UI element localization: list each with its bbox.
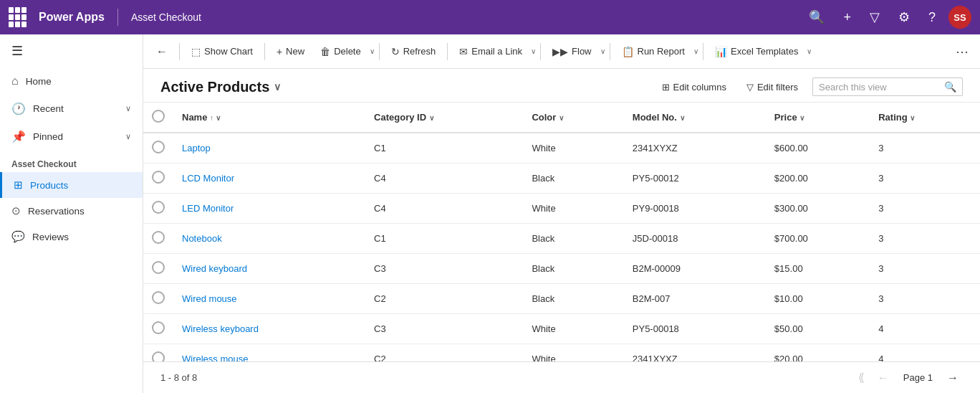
table-row[interactable]: Wireless mouse C2 White 2341XYXZ $20.00 … <box>143 344 980 362</box>
run-report-icon: 📋 <box>622 46 634 57</box>
col-price[interactable]: Price ∨ <box>766 103 870 133</box>
row-rating: 3 <box>870 284 980 314</box>
view-title-chevron[interactable]: ∨ <box>274 81 281 93</box>
topbar-divider <box>117 9 118 26</box>
row-model-no: B2M-00009 <box>624 254 766 284</box>
col-model-no[interactable]: Model No. ∨ <box>624 103 766 133</box>
sidebar-item-reviews[interactable]: 💬 Reviews <box>0 224 143 250</box>
hamburger-button[interactable]: ☰ <box>0 34 143 67</box>
row-checkbox[interactable] <box>152 321 165 334</box>
table-row[interactable]: Notebook C1 Black J5D-00018 $700.00 3 <box>143 224 980 254</box>
first-page-button[interactable]: ⟪ <box>854 368 869 387</box>
flow-icon: ▶▶ <box>552 46 568 57</box>
row-checkbox[interactable] <box>152 141 165 153</box>
delete-chevron[interactable]: ∨ <box>370 47 375 55</box>
filter-icon[interactable]: ▽ <box>864 6 885 28</box>
row-name[interactable]: LED Monitor <box>173 194 365 224</box>
table-row[interactable]: LCD Monitor C4 Black PY5-00012 $200.00 3 <box>143 164 980 194</box>
row-name[interactable]: Wired keyboard <box>173 254 365 284</box>
row-checkbox[interactable] <box>152 261 165 274</box>
more-commands-button[interactable]: ⋯ <box>950 39 974 64</box>
row-checkbox-cell[interactable] <box>143 194 173 224</box>
row-checkbox-cell[interactable] <box>143 314 173 344</box>
row-model-no: PY9-00018 <box>624 194 766 224</box>
col-name[interactable]: Name ↑ ∨ <box>173 103 365 133</box>
col-color[interactable]: Color ∨ <box>523 103 623 133</box>
row-checkbox[interactable] <box>152 351 165 361</box>
row-checkbox[interactable] <box>152 231 165 244</box>
table-row[interactable]: Wireless keyboard C3 White PY5-00018 $50… <box>143 314 980 344</box>
table-row[interactable]: LED Monitor C4 White PY9-00018 $300.00 3 <box>143 194 980 224</box>
table-row[interactable]: Wired mouse C2 Black B2M-007 $10.00 3 <box>143 284 980 314</box>
settings-icon[interactable]: ⚙ <box>893 6 916 28</box>
row-checkbox[interactable] <box>152 171 165 184</box>
edit-filters-button[interactable]: ▽ Edit filters <box>741 78 804 96</box>
email-chevron[interactable]: ∨ <box>531 47 536 55</box>
next-page-button[interactable]: → <box>943 369 963 387</box>
row-checkbox[interactable] <box>152 291 165 304</box>
refresh-button[interactable]: ↻ Refresh <box>384 42 443 62</box>
sidebar-item-reservations[interactable]: ⊙ Reservations <box>0 198 143 224</box>
sidebar-item-home[interactable]: ⌂ Home <box>0 67 143 95</box>
sidebar-item-pinned[interactable]: 📌 Pinned ∨ <box>0 123 143 151</box>
main-content: ← ⬚ Show Chart + New 🗑 Delete ∨ ↻ Refres… <box>143 34 980 393</box>
sidebar-recent-label: Recent <box>33 103 64 114</box>
help-icon[interactable]: ? <box>923 7 941 28</box>
search-icon: 🔍 <box>944 81 956 93</box>
table-row[interactable]: Wired keyboard C3 Black B2M-00009 $15.00… <box>143 254 980 284</box>
row-name[interactable]: Wired mouse <box>173 284 365 314</box>
products-table: Name ↑ ∨ Category ID ∨ Color ∨ Mode <box>143 103 980 361</box>
select-all-checkbox[interactable] <box>152 110 165 123</box>
row-name[interactable]: LCD Monitor <box>173 164 365 194</box>
reviews-icon: 💬 <box>11 230 25 243</box>
run-report-button[interactable]: 📋 Run Report <box>615 42 692 62</box>
row-checkbox[interactable] <box>152 201 165 214</box>
excel-chevron[interactable]: ∨ <box>807 47 812 55</box>
back-button[interactable]: ← <box>149 41 175 62</box>
sidebar-item-products[interactable]: ⊞ Products <box>0 172 143 198</box>
add-icon[interactable]: + <box>837 7 857 28</box>
row-name[interactable]: Notebook <box>173 224 365 254</box>
flow-chevron[interactable]: ∨ <box>600 47 605 55</box>
run-report-chevron[interactable]: ∨ <box>693 47 698 55</box>
delete-icon: 🗑 <box>320 46 330 57</box>
row-model-no: PY5-00012 <box>624 164 766 194</box>
color-filter-icon: ∨ <box>559 114 564 122</box>
row-checkbox-cell[interactable] <box>143 344 173 362</box>
edit-columns-button[interactable]: ⊞ Edit columns <box>656 78 732 96</box>
row-model-no: 2341XYXZ <box>624 344 766 362</box>
checkbox-header[interactable] <box>143 103 173 133</box>
prev-page-button[interactable]: ← <box>873 369 893 387</box>
row-category-id: C4 <box>365 194 523 224</box>
col-category-id[interactable]: Category ID ∨ <box>365 103 523 133</box>
excel-templates-button[interactable]: 📊 Excel Templates <box>708 42 805 62</box>
search-icon[interactable]: 🔍 <box>803 6 830 28</box>
flow-button[interactable]: ▶▶ Flow <box>545 42 598 62</box>
row-checkbox-cell[interactable] <box>143 133 173 164</box>
row-name[interactable]: Wireless keyboard <box>173 314 365 344</box>
row-name[interactable]: Laptop <box>173 133 365 164</box>
search-input[interactable] <box>819 82 940 93</box>
sidebar-item-recent[interactable]: 🕐 Recent ∨ <box>0 95 143 123</box>
row-checkbox-cell[interactable] <box>143 224 173 254</box>
row-checkbox-cell[interactable] <box>143 164 173 194</box>
reservations-label: Reservations <box>28 206 85 217</box>
avatar[interactable]: SS <box>948 6 971 29</box>
col-rating[interactable]: Rating ∨ <box>870 103 980 133</box>
topbar: Power Apps Asset Checkout 🔍 + ▽ ⚙ ? SS <box>0 0 980 34</box>
show-chart-button[interactable]: ⬚ Show Chart <box>184 42 260 62</box>
cmd-divider-7 <box>703 43 703 60</box>
row-name[interactable]: Wireless mouse <box>173 344 365 362</box>
table-row[interactable]: Laptop C1 White 2341XYXZ $600.00 3 <box>143 133 980 164</box>
row-checkbox-cell[interactable] <box>143 254 173 284</box>
new-button[interactable]: + New <box>269 42 312 62</box>
view-header: Active Products ∨ ⊞ Edit columns ▽ Edit … <box>143 69 980 103</box>
price-filter-icon: ∨ <box>799 114 804 122</box>
waffle-menu[interactable] <box>9 7 29 27</box>
row-checkbox-cell[interactable] <box>143 284 173 314</box>
row-model-no: J5D-00018 <box>624 224 766 254</box>
row-price: $15.00 <box>766 254 870 284</box>
row-price: $50.00 <box>766 314 870 344</box>
delete-button[interactable]: 🗑 Delete <box>313 42 368 62</box>
email-link-button[interactable]: ✉ Email a Link <box>452 42 529 62</box>
